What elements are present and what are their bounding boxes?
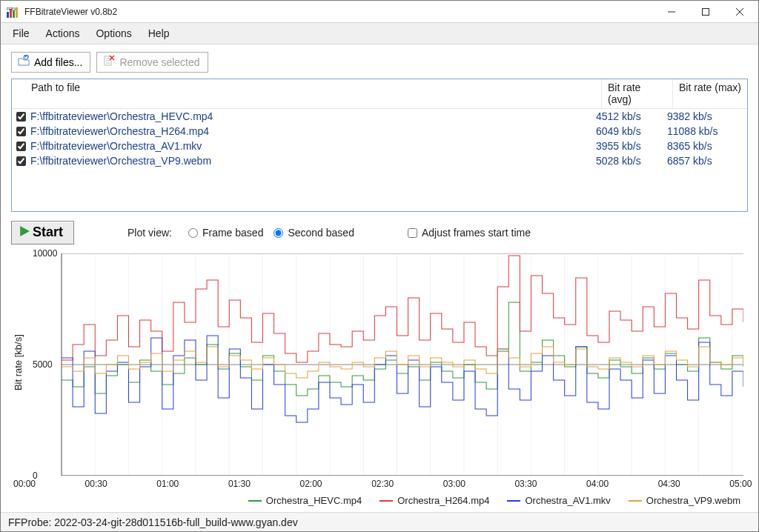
row-checkbox[interactable] bbox=[16, 127, 26, 136]
plot-view-group: Frame based Second based bbox=[188, 227, 354, 239]
chart-xtick: 03:30 bbox=[514, 479, 537, 489]
col-max[interactable]: Bit rate (max) bbox=[673, 79, 747, 108]
cell-path: F:\ffbitrateviewer\Orchestra_HEVC.mp4 bbox=[30, 110, 596, 122]
radio-frame-based-label: Frame based bbox=[202, 227, 263, 239]
menu-help[interactable]: Help bbox=[141, 24, 177, 42]
chart-ytick: 10000 bbox=[33, 248, 57, 259]
legend-label: Orchestra_HEVC.mp4 bbox=[266, 495, 362, 506]
svg-rect-2 bbox=[13, 10, 15, 18]
chart-xtick: 02:30 bbox=[371, 479, 394, 489]
chart-wrap: Bit rate [kb/s] 0500010000 00:0000:3001:… bbox=[11, 249, 748, 512]
table-row[interactable]: F:\ffbitrateviewer\Orchestra_AV1.mkv3955… bbox=[12, 139, 747, 153]
plot-view-label: Plot view: bbox=[127, 227, 172, 239]
chart-xtick: 00:00 bbox=[13, 479, 36, 489]
cell-avg: 3955 kb/s bbox=[596, 140, 667, 152]
legend-label: Orchestra_H264.mp4 bbox=[397, 495, 489, 506]
file-table: Path to file Bit rate (avg) Bit rate (ma… bbox=[11, 79, 748, 212]
table-row[interactable]: F:\ffbitrateviewer\Orchestra_VP9.webm502… bbox=[12, 153, 747, 168]
legend-label: Orchestra_VP9.webm bbox=[646, 495, 740, 506]
row-checkbox[interactable] bbox=[16, 156, 26, 166]
chart-xtick: 01:00 bbox=[156, 479, 179, 489]
legend-swatch bbox=[380, 500, 393, 502]
legend-item[interactable]: Orchestra_HEVC.mp4 bbox=[248, 495, 362, 506]
svg-marker-17 bbox=[20, 226, 30, 236]
svg-rect-6 bbox=[703, 8, 709, 15]
radio-second-based-input[interactable] bbox=[274, 228, 283, 238]
chart-xtick: 04:00 bbox=[586, 479, 609, 489]
adjust-frames-checkbox[interactable]: Adjust frames start time bbox=[408, 227, 531, 239]
chart-xtick: 01:30 bbox=[228, 479, 251, 489]
menubar: File Actions Options Help bbox=[1, 23, 758, 44]
cell-avg: 6049 kb/s bbox=[596, 125, 667, 137]
window-title: FFBitrateViewer v0.8b2 bbox=[24, 7, 654, 17]
chart-ylabel: Bit rate [kb/s] bbox=[11, 249, 25, 476]
chart-xtick: 05:00 bbox=[729, 479, 752, 489]
remove-selected-icon bbox=[103, 55, 115, 69]
menu-options[interactable]: Options bbox=[88, 24, 139, 42]
radio-frame-based-input[interactable] bbox=[188, 228, 198, 238]
cell-max: 8365 kb/s bbox=[667, 140, 741, 152]
svg-text:FFBV: FFBV bbox=[7, 7, 16, 11]
cell-avg: 4512 kb/s bbox=[596, 110, 667, 122]
chart-xtick: 03:00 bbox=[443, 479, 465, 489]
status-text: FFProbe: 2022-03-24-git-28d011516b-full_… bbox=[8, 516, 298, 528]
legend-label: Orchestra_AV1.mkv bbox=[525, 495, 610, 506]
row-checkbox[interactable] bbox=[16, 112, 26, 122]
chart-ytick: 5000 bbox=[33, 359, 53, 370]
legend-swatch bbox=[507, 500, 520, 502]
table-row[interactable]: F:\ffbitrateviewer\Orchestra_HEVC.mp4451… bbox=[12, 109, 747, 124]
chart-legend: Orchestra_HEVC.mp4Orchestra_H264.mp4Orch… bbox=[11, 492, 748, 512]
chart-xtick: 02:00 bbox=[300, 479, 322, 489]
add-files-button[interactable]: Add files... bbox=[11, 52, 90, 73]
cell-path: F:\ffbitrateviewer\Orchestra_AV1.mkv bbox=[30, 140, 596, 152]
adjust-frames-label: Adjust frames start time bbox=[422, 227, 531, 239]
file-table-header: Path to file Bit rate (avg) Bit rate (ma… bbox=[12, 79, 747, 109]
radio-second-based[interactable]: Second based bbox=[274, 227, 354, 239]
svg-rect-0 bbox=[7, 12, 9, 18]
legend-swatch bbox=[248, 500, 262, 502]
cell-avg: 5028 kb/s bbox=[596, 155, 667, 167]
menu-actions[interactable]: Actions bbox=[39, 24, 87, 42]
maximize-button[interactable] bbox=[689, 1, 723, 22]
titlebar: FFBV FFBitrateViewer v0.8b2 bbox=[1, 1, 758, 23]
cell-path: F:\ffbitrateviewer\Orchestra_H264.mp4 bbox=[30, 125, 596, 137]
status-bar: FFProbe: 2022-03-24-git-28d011516b-full_… bbox=[1, 512, 758, 531]
legend-item[interactable]: Orchestra_H264.mp4 bbox=[380, 495, 489, 506]
file-table-body: F:\ffbitrateviewer\Orchestra_HEVC.mp4451… bbox=[12, 109, 747, 211]
chart-xtick: 00:30 bbox=[85, 479, 107, 489]
add-files-icon bbox=[18, 55, 30, 69]
plot-area[interactable]: 0500010000 bbox=[30, 253, 743, 476]
app-logo-icon: FFBV bbox=[7, 6, 19, 18]
col-avg[interactable]: Bit rate (avg) bbox=[602, 79, 673, 108]
cell-max: 9382 kb/s bbox=[667, 110, 741, 122]
toolbar: Add files... Remove selected bbox=[11, 52, 748, 73]
chart-xtick: 04:30 bbox=[658, 479, 680, 489]
legend-item[interactable]: Orchestra_VP9.webm bbox=[629, 495, 740, 506]
remove-selected-button[interactable]: Remove selected bbox=[96, 52, 208, 73]
cell-path: F:\ffbitrateviewer\Orchestra_VP9.webm bbox=[30, 155, 596, 167]
row-checkbox[interactable] bbox=[16, 142, 26, 151]
close-button[interactable] bbox=[723, 1, 757, 22]
remove-selected-label: Remove selected bbox=[119, 56, 199, 68]
cell-max: 11088 kb/s bbox=[667, 125, 741, 137]
add-files-label: Add files... bbox=[34, 56, 82, 68]
legend-swatch bbox=[629, 500, 642, 502]
menu-file[interactable]: File bbox=[5, 24, 37, 42]
radio-frame-based[interactable]: Frame based bbox=[188, 227, 263, 239]
radio-second-based-label: Second based bbox=[288, 227, 354, 239]
adjust-frames-input[interactable] bbox=[408, 228, 417, 238]
col-path[interactable]: Path to file bbox=[12, 79, 602, 108]
legend-item[interactable]: Orchestra_AV1.mkv bbox=[507, 495, 610, 506]
minimize-button[interactable] bbox=[654, 1, 689, 22]
start-label: Start bbox=[33, 225, 63, 240]
start-button[interactable]: Start bbox=[11, 221, 74, 245]
play-icon bbox=[19, 225, 30, 240]
bitrate-chart: Bit rate [kb/s] 0500010000 bbox=[11, 249, 748, 476]
controls-row: Start Plot view: Frame based Second base… bbox=[11, 221, 748, 245]
table-row[interactable]: F:\ffbitrateviewer\Orchestra_H264.mp4604… bbox=[12, 124, 747, 139]
cell-max: 6857 kb/s bbox=[667, 155, 741, 167]
